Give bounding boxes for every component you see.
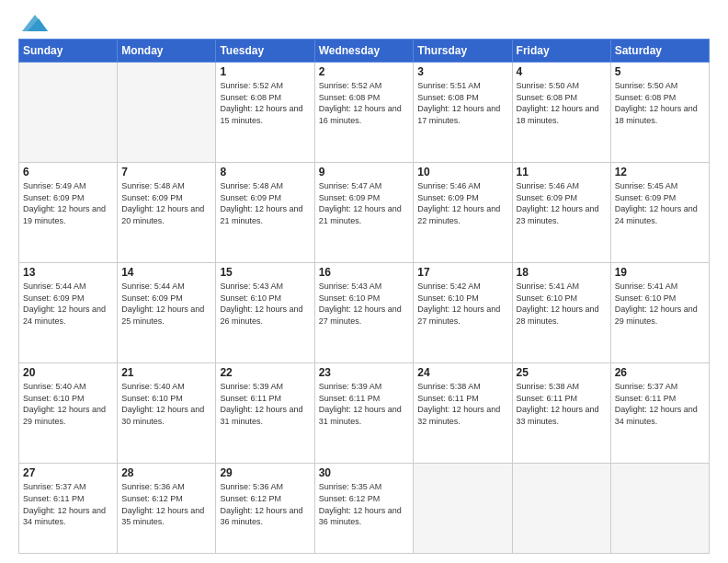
calendar-cell: 3Sunrise: 5:51 AMSunset: 6:08 PMDaylight… bbox=[414, 63, 512, 163]
day-info: Sunrise: 5:37 AMSunset: 6:11 PMDaylight:… bbox=[615, 381, 705, 427]
day-info: Sunrise: 5:43 AMSunset: 6:10 PMDaylight:… bbox=[319, 281, 410, 327]
day-info: Sunrise: 5:45 AMSunset: 6:09 PMDaylight:… bbox=[615, 180, 705, 226]
calendar-cell bbox=[414, 464, 512, 554]
calendar-cell: 19Sunrise: 5:41 AMSunset: 6:10 PMDayligh… bbox=[610, 263, 709, 363]
calendar-cell: 23Sunrise: 5:39 AMSunset: 6:11 PMDayligh… bbox=[314, 363, 414, 464]
page: Sunday Monday Tuesday Wednesday Thursday… bbox=[0, 0, 728, 563]
day-info: Sunrise: 5:38 AMSunset: 6:11 PMDaylight:… bbox=[417, 381, 507, 427]
day-info: Sunrise: 5:47 AMSunset: 6:09 PMDaylight:… bbox=[319, 180, 410, 226]
day-number: 25 bbox=[517, 366, 607, 379]
calendar-cell: 14Sunrise: 5:44 AMSunset: 6:09 PMDayligh… bbox=[118, 263, 216, 363]
calendar-cell: 21Sunrise: 5:40 AMSunset: 6:10 PMDayligh… bbox=[118, 363, 216, 464]
day-number: 1 bbox=[220, 65, 310, 78]
day-number: 28 bbox=[121, 466, 211, 479]
calendar-cell: 25Sunrise: 5:38 AMSunset: 6:11 PMDayligh… bbox=[512, 363, 610, 464]
day-info: Sunrise: 5:40 AMSunset: 6:10 PMDaylight:… bbox=[121, 381, 211, 427]
calendar-cell: 27Sunrise: 5:37 AMSunset: 6:11 PMDayligh… bbox=[19, 464, 118, 554]
day-info: Sunrise: 5:48 AMSunset: 6:09 PMDaylight:… bbox=[121, 180, 211, 226]
day-info: Sunrise: 5:41 AMSunset: 6:10 PMDaylight:… bbox=[615, 281, 705, 327]
day-number: 14 bbox=[121, 266, 211, 279]
day-number: 19 bbox=[615, 266, 705, 279]
day-number: 18 bbox=[517, 266, 607, 279]
day-number: 20 bbox=[23, 366, 113, 379]
calendar-cell: 28Sunrise: 5:36 AMSunset: 6:12 PMDayligh… bbox=[118, 464, 216, 554]
day-number: 11 bbox=[517, 166, 607, 178]
th-sunday: Sunday bbox=[19, 40, 118, 63]
day-number: 27 bbox=[23, 466, 113, 479]
day-info: Sunrise: 5:40 AMSunset: 6:10 PMDaylight:… bbox=[23, 381, 113, 427]
day-info: Sunrise: 5:42 AMSunset: 6:10 PMDaylight:… bbox=[417, 281, 507, 327]
day-info: Sunrise: 5:43 AMSunset: 6:10 PMDaylight:… bbox=[220, 281, 310, 327]
day-number: 5 bbox=[615, 65, 705, 78]
header bbox=[18, 15, 710, 31]
th-friday: Friday bbox=[512, 40, 610, 63]
calendar-cell: 29Sunrise: 5:36 AMSunset: 6:12 PMDayligh… bbox=[216, 464, 314, 554]
calendar-cell: 20Sunrise: 5:40 AMSunset: 6:10 PMDayligh… bbox=[19, 363, 118, 464]
day-number: 24 bbox=[417, 366, 507, 379]
calendar-cell: 30Sunrise: 5:35 AMSunset: 6:12 PMDayligh… bbox=[314, 464, 414, 554]
th-saturday: Saturday bbox=[610, 40, 709, 63]
day-number: 3 bbox=[417, 65, 507, 78]
day-info: Sunrise: 5:51 AMSunset: 6:08 PMDaylight:… bbox=[417, 80, 507, 126]
th-tuesday: Tuesday bbox=[216, 40, 314, 63]
day-number: 29 bbox=[220, 466, 310, 479]
day-info: Sunrise: 5:35 AMSunset: 6:12 PMDaylight:… bbox=[319, 481, 410, 527]
day-info: Sunrise: 5:44 AMSunset: 6:09 PMDaylight:… bbox=[23, 281, 113, 327]
calendar-cell: 2Sunrise: 5:52 AMSunset: 6:08 PMDaylight… bbox=[314, 63, 414, 163]
calendar-cell bbox=[610, 464, 709, 554]
day-info: Sunrise: 5:36 AMSunset: 6:12 PMDaylight:… bbox=[220, 481, 310, 527]
calendar-cell: 6Sunrise: 5:49 AMSunset: 6:09 PMDaylight… bbox=[19, 163, 118, 263]
calendar-cell: 15Sunrise: 5:43 AMSunset: 6:10 PMDayligh… bbox=[216, 263, 314, 363]
day-number: 26 bbox=[615, 366, 705, 379]
calendar-cell bbox=[512, 464, 610, 554]
calendar-cell bbox=[19, 63, 118, 163]
weekday-header-row: Sunday Monday Tuesday Wednesday Thursday… bbox=[19, 40, 710, 63]
calendar-cell: 10Sunrise: 5:46 AMSunset: 6:09 PMDayligh… bbox=[414, 163, 512, 263]
day-info: Sunrise: 5:52 AMSunset: 6:08 PMDaylight:… bbox=[220, 80, 310, 126]
day-info: Sunrise: 5:48 AMSunset: 6:09 PMDaylight:… bbox=[220, 180, 310, 226]
calendar-cell: 13Sunrise: 5:44 AMSunset: 6:09 PMDayligh… bbox=[19, 263, 118, 363]
day-number: 2 bbox=[319, 65, 410, 78]
day-info: Sunrise: 5:44 AMSunset: 6:09 PMDaylight:… bbox=[121, 281, 211, 327]
day-number: 16 bbox=[319, 266, 410, 279]
logo bbox=[18, 15, 48, 31]
day-number: 10 bbox=[417, 166, 507, 178]
calendar-cell: 24Sunrise: 5:38 AMSunset: 6:11 PMDayligh… bbox=[414, 363, 512, 464]
calendar-cell bbox=[118, 63, 216, 163]
day-number: 6 bbox=[23, 166, 113, 178]
day-info: Sunrise: 5:46 AMSunset: 6:09 PMDaylight:… bbox=[517, 180, 607, 226]
day-info: Sunrise: 5:46 AMSunset: 6:09 PMDaylight:… bbox=[417, 180, 507, 226]
th-thursday: Thursday bbox=[414, 40, 512, 63]
calendar-cell: 5Sunrise: 5:50 AMSunset: 6:08 PMDaylight… bbox=[610, 63, 709, 163]
day-number: 17 bbox=[417, 266, 507, 279]
calendar-cell: 1Sunrise: 5:52 AMSunset: 6:08 PMDaylight… bbox=[216, 63, 314, 163]
calendar-cell: 22Sunrise: 5:39 AMSunset: 6:11 PMDayligh… bbox=[216, 363, 314, 464]
day-number: 4 bbox=[517, 65, 607, 78]
calendar-cell: 12Sunrise: 5:45 AMSunset: 6:09 PMDayligh… bbox=[610, 163, 709, 263]
day-number: 12 bbox=[615, 166, 705, 178]
day-number: 21 bbox=[121, 366, 211, 379]
day-info: Sunrise: 5:38 AMSunset: 6:11 PMDaylight:… bbox=[517, 381, 607, 427]
calendar-cell: 16Sunrise: 5:43 AMSunset: 6:10 PMDayligh… bbox=[314, 263, 414, 363]
day-number: 15 bbox=[220, 266, 310, 279]
day-info: Sunrise: 5:49 AMSunset: 6:09 PMDaylight:… bbox=[23, 180, 113, 226]
day-number: 9 bbox=[319, 166, 410, 178]
calendar-cell: 7Sunrise: 5:48 AMSunset: 6:09 PMDaylight… bbox=[118, 163, 216, 263]
day-number: 13 bbox=[23, 266, 113, 279]
day-info: Sunrise: 5:36 AMSunset: 6:12 PMDaylight:… bbox=[121, 481, 211, 527]
calendar: Sunday Monday Tuesday Wednesday Thursday… bbox=[18, 39, 710, 554]
day-info: Sunrise: 5:50 AMSunset: 6:08 PMDaylight:… bbox=[517, 80, 607, 126]
day-info: Sunrise: 5:39 AMSunset: 6:11 PMDaylight:… bbox=[319, 381, 410, 427]
calendar-cell: 9Sunrise: 5:47 AMSunset: 6:09 PMDaylight… bbox=[314, 163, 414, 263]
day-number: 23 bbox=[319, 366, 410, 379]
day-number: 8 bbox=[220, 166, 310, 178]
th-monday: Monday bbox=[118, 40, 216, 63]
calendar-cell: 4Sunrise: 5:50 AMSunset: 6:08 PMDaylight… bbox=[512, 63, 610, 163]
th-wednesday: Wednesday bbox=[314, 40, 414, 63]
calendar-cell: 26Sunrise: 5:37 AMSunset: 6:11 PMDayligh… bbox=[610, 363, 709, 464]
day-info: Sunrise: 5:50 AMSunset: 6:08 PMDaylight:… bbox=[615, 80, 705, 126]
day-info: Sunrise: 5:37 AMSunset: 6:11 PMDaylight:… bbox=[23, 481, 113, 527]
calendar-cell: 18Sunrise: 5:41 AMSunset: 6:10 PMDayligh… bbox=[512, 263, 610, 363]
day-number: 30 bbox=[319, 466, 410, 479]
calendar-cell: 8Sunrise: 5:48 AMSunset: 6:09 PMDaylight… bbox=[216, 163, 314, 263]
